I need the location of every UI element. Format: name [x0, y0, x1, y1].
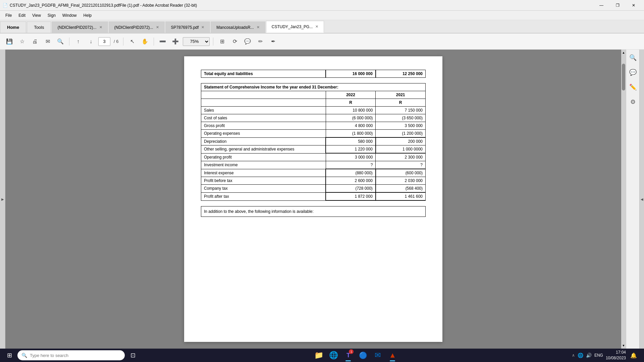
sidebar-comment-icon[interactable]: 💬 [628, 67, 638, 78]
zoom-in-button[interactable]: ➕ [170, 36, 181, 47]
additional-info-text: In addition to the above, the following … [204, 209, 314, 214]
operating-profit-2021: 2 300 000 [376, 153, 426, 161]
comment-button[interactable]: 💬 [242, 36, 253, 47]
tab-mancosa[interactable]: MancosaUploadsR... ✕ [211, 21, 265, 33]
separator-4 [213, 38, 213, 46]
header-2021: 2021 [376, 91, 426, 99]
row-opex: Operating expenses (1 800 000) (1 200 00… [201, 130, 426, 138]
arrow-up-icon[interactable]: ∧ [572, 353, 575, 358]
tab-close-mancosa[interactable]: ✕ [257, 25, 260, 29]
row-investment-income: Investment income ? ? [201, 161, 426, 169]
page-number-input[interactable]: 3 [98, 37, 110, 46]
taskbar: ⊞ 🔍 ⊡ 📁 🌐 T 1 🔵 ✉ ▲ ∧ 🌐 🔊 [0, 349, 644, 362]
task-view-button[interactable]: ⊡ [126, 349, 140, 362]
search-bar[interactable]: 🔍 [17, 350, 125, 360]
other-expenses-label: Other selling, general and administrativ… [201, 145, 326, 154]
select-tool-button[interactable]: ↖ [127, 36, 138, 47]
sidebar-highlight-icon[interactable]: ✏️ [628, 82, 638, 93]
notification-button[interactable]: 🔔 [629, 350, 639, 360]
tab-cstudy[interactable]: CSTUDY_Jan23_PG... ✕ [266, 21, 324, 33]
taskbar-file-explorer[interactable]: 📁 [312, 349, 325, 362]
row-profit-after-tax: Profit after tax 1 872 000 1 461 600 [201, 192, 426, 200]
tab-ndi2[interactable]: (NDIClientPID2072)... ✕ [109, 21, 165, 33]
row-operating-profit: Operating profit 3 000 000 2 300 000 [201, 153, 426, 161]
tab-tools[interactable]: Tools [27, 21, 51, 33]
taskbar-teams[interactable]: T 1 [341, 349, 355, 362]
profit-after-tax-2021: 1 461 600 [376, 192, 426, 200]
zoom-select[interactable]: 75% 50% 100% 125% 150% [183, 37, 210, 46]
menu-edit[interactable]: Edit [16, 12, 28, 19]
taskbar-outlook[interactable]: ✉ [371, 349, 384, 362]
currency-2021: R [376, 99, 426, 107]
volume-icon[interactable]: 🔊 [586, 353, 592, 358]
operating-profit-2022: 3 000 000 [326, 153, 376, 161]
menu-view[interactable]: View [30, 12, 44, 19]
page-separator: / 6 [112, 39, 120, 44]
sales-label: Sales [201, 107, 326, 114]
menu-file[interactable]: File [3, 12, 14, 19]
clock-date: 10/08/2023 [606, 355, 626, 361]
depreciation-2022: 580 000 [326, 137, 376, 145]
profit-before-tax-label: Profit before tax [201, 177, 326, 185]
profit-before-tax-2021: 2 030 000 [376, 177, 426, 185]
tab-sp[interactable]: SP7876975.pdf ✕ [165, 21, 210, 33]
scroll-up-button[interactable]: ▲ [622, 50, 625, 56]
zoom-out-button[interactable]: ➖ [157, 36, 168, 47]
tab-home[interactable]: Home [0, 21, 26, 33]
scroll-track[interactable] [621, 56, 626, 343]
scroll-thumb[interactable] [622, 64, 625, 90]
tab-ndi1[interactable]: (NDIClientPID2072)... ✕ [52, 21, 108, 33]
additional-info-box: In addition to the above, the following … [201, 206, 426, 217]
taskbar-chrome[interactable]: 🔵 [356, 349, 370, 362]
next-page-button[interactable]: ↓ [86, 36, 96, 47]
taskbar-apps: 📁 🌐 T 1 🔵 ✉ ▲ [140, 349, 572, 362]
system-clock[interactable]: 17:04 10/08/2023 [606, 350, 626, 361]
highlight-button[interactable]: ✏ [255, 36, 266, 47]
print-button[interactable]: 🖨 [30, 36, 40, 47]
tab-close-cstudy[interactable]: ✕ [315, 24, 318, 29]
email-button[interactable]: ✉ [42, 36, 53, 47]
menu-help[interactable]: Help [81, 12, 95, 19]
vertical-scrollbar[interactable]: ▲ ▼ [621, 50, 626, 349]
header-label-col [201, 91, 326, 99]
bookmark-button[interactable]: ☆ [17, 36, 28, 47]
taskbar-acrobat[interactable]: ▲ [386, 349, 399, 362]
right-sidebar: 🔍 💬 ✏️ ⚙ [626, 50, 639, 349]
gross-profit-label: Gross profit [201, 122, 326, 130]
start-button[interactable]: ⊞ [3, 349, 16, 362]
interest-expense-2021: (600 000) [376, 169, 426, 177]
fit-page-button[interactable]: ⊞ [217, 36, 227, 47]
pdf-page: Total equity and liabilities 16 000 000 … [184, 56, 442, 342]
network-icon[interactable]: 🌐 [578, 353, 583, 358]
scroll-down-button[interactable]: ▼ [622, 343, 625, 349]
interest-expense-2022: (880 000) [326, 169, 376, 177]
save-button[interactable]: 💾 [4, 36, 15, 47]
tab-close-ndi2[interactable]: ✕ [156, 25, 159, 29]
investment-income-label: Investment income [201, 161, 326, 169]
search-toolbar-button[interactable]: 🔍 [55, 36, 66, 47]
search-input[interactable] [30, 353, 121, 358]
maximize-button[interactable]: ❐ [610, 0, 625, 11]
opex-label: Operating expenses [201, 130, 326, 138]
rotate-button[interactable]: ⟳ [229, 36, 240, 47]
taskbar-edge[interactable]: 🌐 [327, 349, 340, 362]
minimize-button[interactable]: — [594, 0, 609, 11]
menu-window[interactable]: Window [60, 12, 79, 19]
menu-sign[interactable]: Sign [45, 12, 58, 19]
hand-tool-button[interactable]: ✋ [140, 36, 150, 47]
row-interest-expense: Interest expense (880 000) (600 000) [201, 169, 426, 177]
main-area: ▶ Total equity and liabilities 16 000 00… [0, 50, 644, 349]
document-area[interactable]: Total equity and liabilities 16 000 000 … [5, 50, 621, 349]
equity-liabilities-2022: 16 000 000 [326, 70, 376, 78]
sidebar-tools-icon[interactable]: ⚙ [628, 97, 638, 107]
left-panel-toggle[interactable]: ▶ [0, 50, 5, 349]
right-panel-toggle[interactable]: ◀ [639, 50, 644, 349]
close-button[interactable]: ✕ [626, 0, 641, 11]
tab-close-sp[interactable]: ✕ [201, 25, 204, 29]
edit-button[interactable]: ✒ [268, 36, 278, 47]
sidebar-zoom-icon[interactable]: 🔍 [628, 52, 638, 63]
prev-page-button[interactable]: ↑ [73, 36, 84, 47]
tab-close-ndi1[interactable]: ✕ [99, 25, 102, 29]
depreciation-label: Depreciation [201, 137, 326, 145]
row-sales: Sales 10 800 000 7 150 000 [201, 107, 426, 114]
